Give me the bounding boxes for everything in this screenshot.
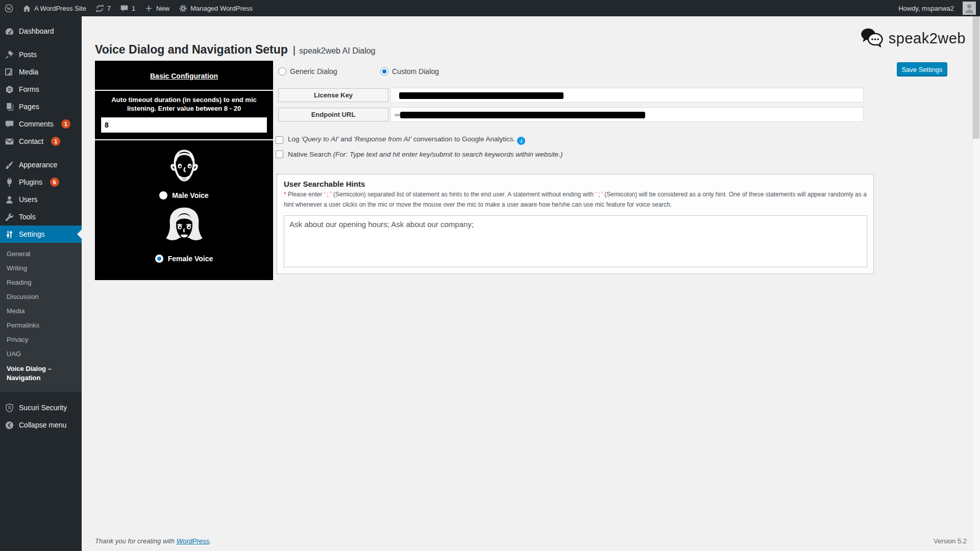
admin-bar: W A WordPress Site 7 1 New Managed WordP… <box>0 0 980 16</box>
comments-count-badge: 1 <box>61 119 70 129</box>
managed-wordpress-link[interactable]: Managed WordPress <box>174 0 257 16</box>
site-name-link[interactable]: A WordPress Site <box>18 0 91 16</box>
sidebar-item-media[interactable]: Media <box>0 63 82 81</box>
submenu-item-privacy[interactable]: Privacy <box>0 333 82 347</box>
sidebar-item-label: Contact <box>19 137 43 145</box>
submenu-item-media[interactable]: Media <box>0 304 82 318</box>
male-voice-option[interactable]: Male Voice <box>159 191 208 199</box>
forms-icon <box>4 84 14 94</box>
sidebar-item-label: Users <box>19 195 38 204</box>
tools-icon <box>4 212 14 222</box>
male-voice-label: Male Voice <box>172 191 208 199</box>
basic-configuration-heading: Basic Configuration <box>150 72 218 80</box>
license-key-redacted-value <box>399 92 564 99</box>
sidebar-item-collapse-menu[interactable]: Collapse menu <box>0 416 82 434</box>
sidebar-item-label: Dashboard <box>19 27 54 35</box>
generic-dialog-radio[interactable] <box>278 67 286 76</box>
endpoint-url-redacted-value <box>400 112 645 118</box>
timeout-input[interactable] <box>101 117 267 133</box>
plugins-icon <box>4 177 14 187</box>
sidebar-item-pages[interactable]: Pages <box>0 98 82 115</box>
sidebar-item-label: Plugins <box>19 178 42 186</box>
comment-count: 1 <box>132 5 135 12</box>
sidebar-item-dashboard[interactable]: Dashboard <box>0 22 82 40</box>
sidebar-item-plugins[interactable]: Plugins 6 <box>0 173 82 191</box>
info-icon[interactable]: i <box>517 137 525 145</box>
native-search-option[interactable]: Native Search (For: Type text and hit en… <box>276 151 562 158</box>
contact-icon <box>4 136 14 146</box>
sidebar-item-tools[interactable]: Tools <box>0 208 82 226</box>
wordpress-logo-icon: W <box>5 4 13 13</box>
submenu-item-uag[interactable]: UAG <box>0 347 82 361</box>
sidebar-item-forms[interactable]: Forms <box>0 81 82 98</box>
updates-link[interactable]: 7 <box>91 0 115 16</box>
new-content-button[interactable]: New <box>140 0 174 16</box>
female-voice-label: Female Voice <box>168 255 213 263</box>
media-icon <box>4 67 14 77</box>
hints-description: * Please enter ' ; ' (Semicolon) separat… <box>284 189 867 210</box>
comments-link[interactable]: 1 <box>115 0 140 16</box>
custom-dialog-label: Custom Dialog <box>392 67 439 76</box>
submenu-item-writing[interactable]: Writing <box>0 261 82 276</box>
female-voice-option[interactable]: Female Voice <box>155 255 213 263</box>
comments-icon <box>4 119 14 129</box>
svg-text:S: S <box>8 405 11 410</box>
submenu-item-reading[interactable]: Reading <box>0 276 82 290</box>
sidebar-item-label: Tools <box>19 213 36 221</box>
collapse-icon <box>4 420 14 430</box>
users-icon <box>4 194 14 205</box>
page-title-separator: | <box>293 44 296 56</box>
hints-title: User Searchable Hints <box>284 180 867 188</box>
submenu-item-discussion[interactable]: Discussion <box>0 290 82 304</box>
sidebar-item-settings[interactable]: Settings <box>0 226 82 243</box>
native-search-checkbox[interactable] <box>276 151 283 158</box>
plus-icon <box>144 4 153 13</box>
sidebar-item-label: Appearance <box>19 161 58 169</box>
managed-wordpress-label: Managed WordPress <box>190 5 253 12</box>
male-voice-icon <box>162 145 207 190</box>
speak2web-logo: speak2web <box>860 28 966 49</box>
sidebar-item-label: Comments <box>19 120 54 128</box>
new-label: New <box>156 5 169 12</box>
plugins-count-badge: 6 <box>50 178 59 187</box>
female-voice-radio[interactable] <box>155 255 163 263</box>
submenu-item-permalinks[interactable]: Permalinks <box>0 318 82 333</box>
divider <box>95 139 273 140</box>
divider <box>95 90 273 91</box>
wordpress-menu-button[interactable]: W <box>0 0 18 16</box>
basic-configuration-panel: Basic Configuration Auto timeout duratio… <box>95 61 273 280</box>
log-analytics-checkbox[interactable] <box>276 136 283 144</box>
page-title-main: Voice Dialog and Navigation Setup <box>95 43 288 57</box>
male-voice-radio[interactable] <box>159 191 167 199</box>
sidebar-item-label: Media <box>19 68 38 76</box>
wordpress-link[interactable]: WordPress <box>177 537 209 545</box>
endpoint-url-input[interactable] <box>390 107 864 122</box>
sidebar-item-users[interactable]: Users <box>0 191 82 208</box>
scrollbar-track <box>972 16 980 551</box>
generic-dialog-option[interactable]: Generic Dialog <box>278 67 337 76</box>
sidebar-item-sucuri-security[interactable]: S Sucuri Security <box>0 399 82 416</box>
sidebar-item-contact[interactable]: Contact 1 <box>0 133 82 150</box>
site-name-label: A WordPress Site <box>34 5 86 12</box>
user-searchable-hints-box: User Searchable Hints * Please enter ' ;… <box>277 174 874 274</box>
generic-dialog-label: Generic Dialog <box>290 67 337 76</box>
license-key-input[interactable] <box>390 88 864 103</box>
log-analytics-option[interactable]: Log 'Query to AI' and 'Response from AI'… <box>276 135 525 145</box>
scrollbar-thumb[interactable] <box>973 16 979 139</box>
submenu-item-general[interactable]: General <box>0 247 82 261</box>
avatar[interactable] <box>963 2 976 15</box>
hints-textarea[interactable]: Ask about our opening hours; Ask about o… <box>284 215 867 267</box>
settings-icon <box>4 229 14 239</box>
appearance-icon <box>4 160 14 170</box>
timeout-instruction: Auto timeout duration (in seconds) to en… <box>103 95 265 113</box>
custom-dialog-radio[interactable] <box>380 67 388 76</box>
sidebar-item-comments[interactable]: Comments 1 <box>0 115 82 133</box>
save-settings-button[interactable]: Save Settings <box>897 62 947 77</box>
sidebar-item-label: Forms <box>19 85 39 93</box>
sidebar-item-posts[interactable]: Posts <box>0 46 82 63</box>
brand-text: speak2web <box>889 30 966 47</box>
submenu-item-voice-dialog-navigation[interactable]: Voice Dialog – Navigation <box>0 361 64 386</box>
howdy-account-link[interactable]: Howdy, mspanwa2 <box>894 0 959 16</box>
custom-dialog-option[interactable]: Custom Dialog <box>380 67 439 76</box>
sidebar-item-appearance[interactable]: Appearance <box>0 156 82 173</box>
